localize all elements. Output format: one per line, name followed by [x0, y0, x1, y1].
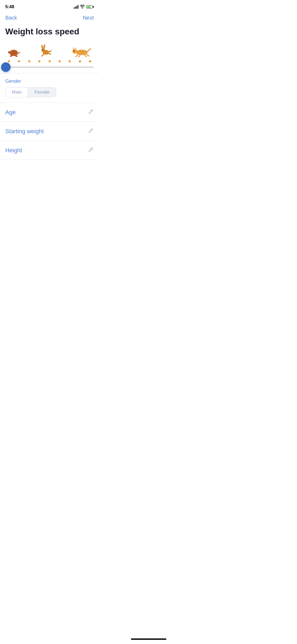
status-icons: ⚡: [74, 5, 94, 9]
status-bar: 5:48 ⚡: [0, 0, 99, 12]
dot-2: [18, 60, 20, 62]
svg-marker-14: [75, 47, 77, 49]
svg-point-3: [9, 52, 9, 52]
svg-point-10: [42, 49, 43, 50]
age-row[interactable]: Age: [0, 103, 99, 122]
turtle-icon: [8, 47, 22, 58]
gender-female-button[interactable]: Female: [28, 88, 56, 97]
svg-marker-13: [73, 47, 74, 49]
dot-6: [59, 60, 61, 62]
dot-3: [28, 60, 30, 62]
speed-slider[interactable]: [5, 67, 94, 68]
dot-9: [89, 60, 91, 62]
svg-point-18: [78, 52, 79, 52]
svg-point-15: [73, 50, 74, 52]
speed-slider-section: [0, 42, 99, 73]
back-button[interactable]: Back: [5, 14, 17, 22]
gender-label: Gender: [5, 79, 94, 84]
signal-icon: [74, 5, 78, 9]
gender-male-button[interactable]: Male: [6, 88, 28, 97]
cheetah-icon: [70, 47, 91, 58]
slider-dots: [5, 60, 94, 62]
slider-thumb[interactable]: [1, 62, 11, 72]
rabbit-icon: [39, 44, 53, 58]
dot-5: [49, 60, 51, 62]
dot-7: [69, 60, 71, 62]
section-divider-bottom: [0, 160, 99, 160]
animal-icons-row: [5, 44, 94, 58]
height-label: Height: [5, 147, 22, 154]
height-edit-icon[interactable]: [88, 147, 94, 154]
battery-icon: ⚡: [86, 5, 94, 8]
svg-point-16: [80, 51, 81, 52]
next-button[interactable]: Next: [83, 14, 94, 22]
wifi-icon: [80, 5, 85, 9]
dot-8: [79, 60, 81, 62]
starting-weight-label: Starting weight: [5, 128, 44, 135]
slider-track: [5, 67, 94, 68]
age-label: Age: [5, 109, 16, 116]
height-row[interactable]: Height: [0, 141, 99, 160]
svg-point-17: [83, 51, 84, 52]
svg-point-2: [8, 51, 11, 53]
gender-toggle[interactable]: Male Female: [5, 87, 56, 97]
page-title: Weight loss speed: [0, 24, 99, 42]
age-edit-icon[interactable]: [88, 109, 94, 116]
dot-1: [8, 60, 10, 62]
starting-weight-row[interactable]: Starting weight: [0, 122, 99, 141]
svg-point-7: [41, 48, 45, 52]
status-time: 5:48: [5, 4, 14, 10]
gender-section: Gender Male Female: [0, 73, 99, 103]
svg-point-1: [11, 51, 16, 55]
dot-4: [38, 60, 40, 62]
svg-point-12: [72, 49, 77, 54]
nav-bar: Back Next: [0, 12, 99, 24]
svg-point-9: [43, 44, 45, 49]
starting-weight-edit-icon[interactable]: [88, 128, 94, 135]
